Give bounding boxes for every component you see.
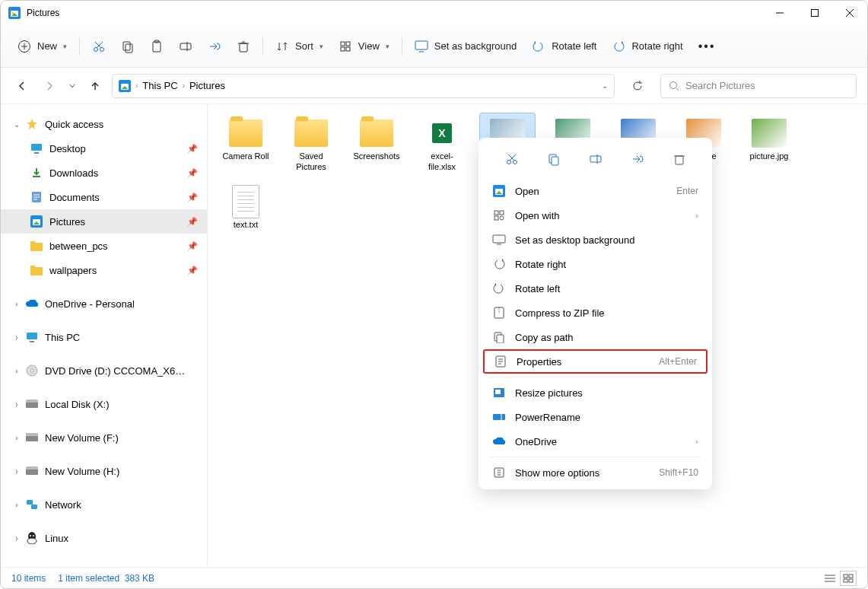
image-icon	[749, 116, 789, 150]
refresh-button[interactable]	[627, 75, 648, 97]
view-button[interactable]: View ▾	[331, 33, 397, 60]
ctx-rename-button[interactable]	[583, 147, 608, 171]
share-button[interactable]	[200, 33, 229, 60]
chevron-right-icon: ›	[11, 434, 22, 442]
svg-rect-96	[495, 390, 501, 394]
ctx-properties[interactable]: PropertiesAlt+Enter	[483, 349, 707, 374]
ctx-resize-pictures[interactable]: Resize pictures	[483, 380, 707, 405]
icons-view-button[interactable]	[840, 571, 857, 586]
desktop-icon	[30, 142, 43, 155]
sidebar-item-wallpapers[interactable]: wallpapers📌	[1, 258, 207, 282]
minimize-button[interactable]	[762, 1, 797, 25]
sidebar-local-disk-x[interactable]: ›Local Disk (X:)	[1, 392, 207, 416]
file-item[interactable]: Screenshots	[349, 113, 404, 176]
paste-button[interactable]	[142, 33, 171, 60]
sidebar-item-desktop[interactable]: Desktop📌	[1, 136, 207, 161]
ctx-share-button[interactable]	[625, 147, 650, 171]
sidebar-item-downloads[interactable]: Downloads📌	[1, 161, 207, 185]
ctx-power-rename[interactable]: PowerRename	[483, 405, 707, 429]
paste-icon	[150, 40, 164, 53]
ctx-cut-button[interactable]	[500, 147, 524, 171]
file-item[interactable]: Xexcel-file.xlsx	[415, 113, 469, 176]
delete-button[interactable]	[229, 33, 258, 60]
svg-rect-81	[494, 211, 498, 215]
chevron-down-icon[interactable]: ⌄	[602, 81, 608, 90]
sidebar-volume-h[interactable]: ›New Volume (H:)	[1, 459, 207, 483]
pictures-icon	[30, 215, 43, 228]
ctx-rotate-right[interactable]: Rotate right	[483, 252, 707, 276]
rotate-left-icon	[532, 40, 545, 53]
chevron-right-icon: ›	[695, 211, 698, 220]
forward-button[interactable]	[39, 75, 60, 97]
breadcrumb-current[interactable]: Pictures	[189, 80, 225, 91]
rotate-left-button[interactable]: Rotate left	[524, 33, 604, 60]
sidebar-this-pc[interactable]: ›This PC	[1, 325, 207, 349]
sidebar-linux[interactable]: ›Linux	[1, 526, 207, 550]
copy-icon	[121, 40, 135, 53]
file-item[interactable]: text.txt	[218, 182, 273, 234]
close-button[interactable]	[832, 1, 867, 25]
view-label: View	[358, 40, 380, 52]
sort-icon	[275, 40, 289, 53]
breadcrumb-root[interactable]: This PC	[142, 80, 177, 91]
open-with-icon	[492, 209, 506, 222]
sidebar-quick-access[interactable]: ⌄ Quick access	[1, 112, 207, 136]
svg-rect-16	[153, 42, 161, 52]
rotate-right-button[interactable]: Rotate right	[604, 33, 690, 60]
ctx-open[interactable]: OpenEnter	[483, 179, 707, 203]
pin-icon: 📌	[187, 144, 198, 154]
chevron-right-icon: ›	[11, 300, 22, 308]
cloud-icon	[492, 435, 506, 448]
sidebar-dvd[interactable]: ›DVD Drive (D:) CCCOMA_X64FRE_EN-US	[1, 358, 207, 383]
maximize-button[interactable]	[797, 1, 832, 25]
ctx-rotate-left[interactable]: Rotate left	[483, 276, 707, 301]
file-name: text.txt	[234, 220, 258, 231]
set-background-button[interactable]: Set as background	[407, 33, 524, 60]
sidebar-network[interactable]: ›Network	[1, 492, 207, 517]
sidebar-volume-f[interactable]: ›New Volume (F:)	[1, 425, 207, 450]
ctx-delete-button[interactable]	[667, 147, 692, 171]
sidebar-item-documents[interactable]: Documents📌	[1, 185, 207, 209]
search-box[interactable]: Search Pictures	[660, 74, 857, 98]
ctx-copy-path[interactable]: Copy as path	[483, 325, 707, 349]
file-item[interactable]: picture.jpg	[742, 113, 796, 176]
ctx-onedrive[interactable]: OneDrive›	[483, 429, 707, 454]
svg-rect-54	[26, 469, 38, 475]
more-button[interactable]: •••	[691, 33, 723, 60]
sidebar-onedrive[interactable]: ›OneDrive - Personal	[1, 291, 207, 316]
svg-rect-74	[552, 157, 558, 165]
crumb-sep: ›	[183, 81, 185, 90]
address-bar[interactable]: › This PC › Pictures ⌄	[112, 74, 615, 98]
ctx-set-desktop[interactable]: Set as desktop background	[483, 228, 707, 252]
rename-button[interactable]	[171, 33, 200, 60]
linux-icon	[25, 531, 39, 545]
navbar: › This PC › Pictures ⌄ Search Pictures	[1, 68, 867, 104]
details-view-button[interactable]	[822, 571, 838, 586]
file-item[interactable]: Camera Roll	[218, 113, 273, 176]
up-button[interactable]	[84, 75, 106, 97]
copy-button[interactable]	[113, 33, 142, 60]
cut-button[interactable]	[84, 33, 113, 60]
chevron-down-icon: ▾	[63, 43, 67, 50]
ctx-compress-zip[interactable]: Compress to ZIP file	[483, 301, 707, 325]
sidebar-item-between-pcs[interactable]: between_pcs📌	[1, 234, 207, 258]
new-button[interactable]: New ▾	[10, 33, 75, 60]
svg-line-12	[97, 42, 103, 48]
sort-button[interactable]: Sort ▾	[268, 33, 331, 60]
recent-button[interactable]	[66, 75, 78, 97]
background-icon	[415, 40, 428, 53]
svg-rect-90	[497, 335, 504, 343]
ctx-copy-button[interactable]	[542, 147, 566, 171]
ctx-open-with[interactable]: Open with›	[483, 203, 707, 228]
svg-rect-20	[240, 43, 247, 52]
image-icon	[492, 184, 506, 198]
drive-icon	[25, 431, 39, 444]
item-count: 10 items	[11, 573, 46, 584]
back-button[interactable]	[11, 75, 33, 97]
file-item[interactable]: Saved Pictures	[284, 113, 339, 176]
sidebar-item-pictures[interactable]: Pictures📌	[1, 209, 207, 234]
ctx-show-more[interactable]: Show more optionsShift+F10	[483, 460, 707, 485]
more-options-icon	[492, 466, 506, 479]
drive-icon	[25, 464, 39, 478]
svg-rect-50	[26, 402, 38, 408]
